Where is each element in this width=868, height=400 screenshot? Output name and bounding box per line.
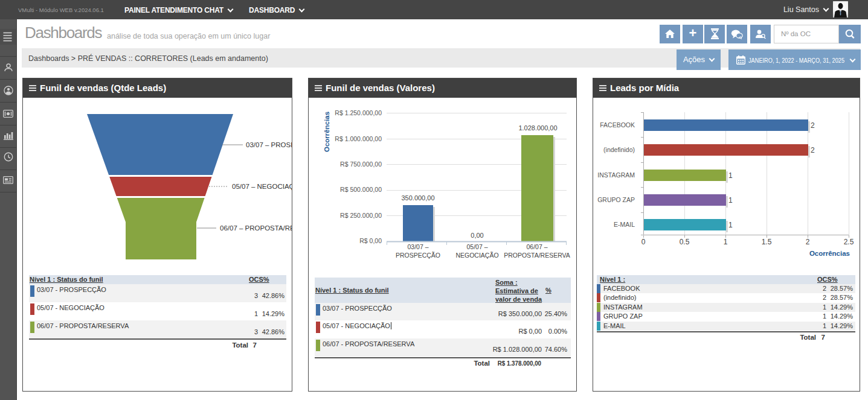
svg-text:03/07 – PROSPECÇÃO: 03/07 – PROSPECÇÃO <box>246 141 292 148</box>
svg-text:05/07 – NEGOCIAÇÃO: 05/07 – NEGOCIAÇÃO <box>232 183 292 190</box>
svg-text:06/07 – PROPOSTA/RESERVA: 06/07 – PROPOSTA/RESERVA <box>220 224 292 232</box>
